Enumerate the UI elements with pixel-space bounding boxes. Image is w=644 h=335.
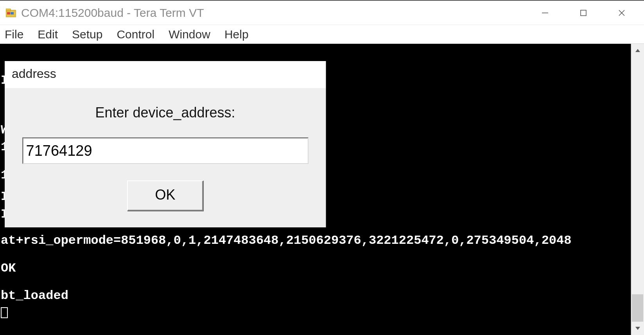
svg-marker-8 [635,49,640,52]
menu-file[interactable]: File [2,26,33,43]
dialog-body: Enter device_address: OK [5,88,326,227]
terminal-cursor-line [1,305,571,322]
close-button[interactable] [603,1,641,25]
svg-rect-3 [11,12,14,14]
address-dialog: address Enter device_address: OK [5,61,326,227]
scroll-thumb[interactable] [632,294,643,322]
window-titlebar: COM4:115200baud - Tera Term VT [0,1,644,25]
svg-rect-2 [7,12,10,14]
minimize-button[interactable] [526,1,564,25]
scroll-down-arrow[interactable] [631,322,644,335]
app-icon [5,7,16,18]
terminal-line: OK [1,260,571,277]
menu-help[interactable]: Help [222,26,258,43]
menu-control[interactable]: Control [114,26,164,43]
ok-button[interactable]: OK [127,180,203,211]
terminal-line: at+rsi_opermode=851968,0,1,2147483648,21… [1,232,571,250]
terminal-line: bt_loaded [1,287,571,305]
svg-rect-1 [6,9,11,11]
terminal-line [1,277,571,287]
window-controls [526,1,641,25]
scroll-track[interactable] [631,57,644,322]
menu-setup[interactable]: Setup [70,26,112,43]
terminal-cursor [1,307,8,318]
maximize-button[interactable] [564,1,603,25]
svg-rect-5 [581,10,586,16]
menu-bar: File Edit Setup Control Window Help [0,25,644,44]
menu-window[interactable]: Window [166,26,220,43]
terminal-content: at+rsi_opermode=851968,0,1,2147483648,21… [1,232,571,322]
dialog-prompt: Enter device_address: [95,104,235,121]
scrollbar[interactable] [631,44,644,335]
svg-marker-9 [635,327,640,330]
terminal-line [1,250,571,260]
menu-edit[interactable]: Edit [35,26,67,43]
window-title: COM4:115200baud - Tera Term VT [21,6,526,20]
device-address-input[interactable] [22,137,309,164]
dialog-title: address [5,61,326,88]
scroll-up-arrow[interactable] [631,44,644,57]
